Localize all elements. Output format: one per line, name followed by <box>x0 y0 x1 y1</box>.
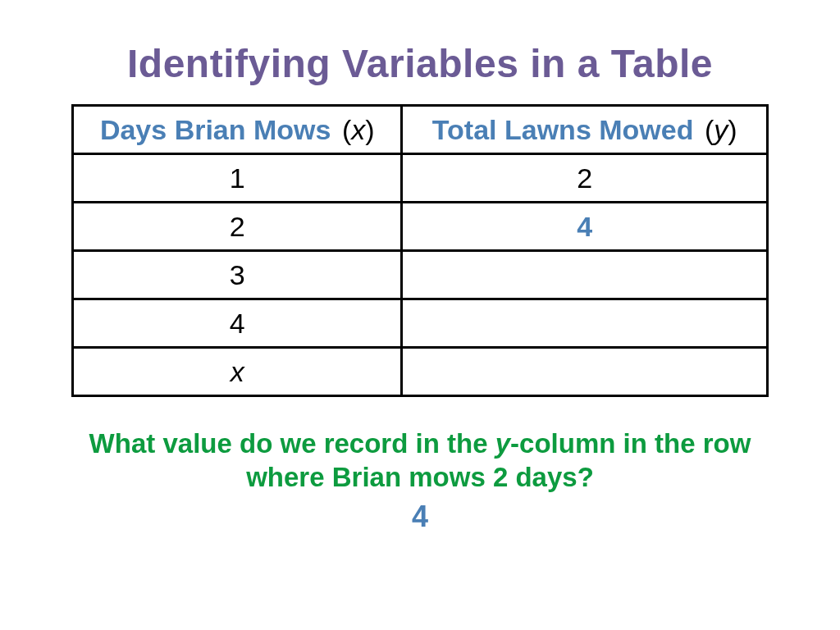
slide-title: Identifying Variables in a Table <box>49 41 791 86</box>
table-row: x <box>73 348 768 396</box>
question-var: y <box>495 428 510 459</box>
header-cell-x: Days Brian Mows (x) <box>73 106 402 154</box>
cell-x: x <box>73 348 402 396</box>
cell-y <box>402 348 768 396</box>
table-row: 4 <box>73 299 768 348</box>
table-header-row: Days Brian Mows (x) Total Lawns Mowed (y… <box>73 106 768 154</box>
header-var-x: (x) <box>342 114 375 145</box>
cell-x: 2 <box>73 203 402 251</box>
table-row: 24 <box>73 203 768 251</box>
cell-x: 4 <box>73 299 402 348</box>
header-cell-y: Total Lawns Mowed (y) <box>402 106 768 154</box>
answer-value: 4 <box>49 500 791 534</box>
cell-y: 4 <box>402 203 768 251</box>
table-row: 12 <box>73 154 768 203</box>
question-text: What value do we record in the y-column … <box>51 427 789 495</box>
slide: Identifying Variables in a Table Days Br… <box>0 0 840 630</box>
cell-x: 1 <box>73 154 402 203</box>
data-table: Days Brian Mows (x) Total Lawns Mowed (y… <box>71 104 769 397</box>
cell-y: 2 <box>402 154 768 203</box>
header-var-y: (y) <box>705 114 737 145</box>
cell-x: 3 <box>73 251 402 299</box>
header-label-y: Total Lawns Mowed <box>432 114 694 145</box>
cell-y <box>402 251 768 299</box>
header-label-x: Days Brian Mows <box>100 114 331 145</box>
question-part1: What value do we record in the <box>89 428 495 459</box>
table-row: 3 <box>73 251 768 299</box>
cell-y <box>402 299 768 348</box>
